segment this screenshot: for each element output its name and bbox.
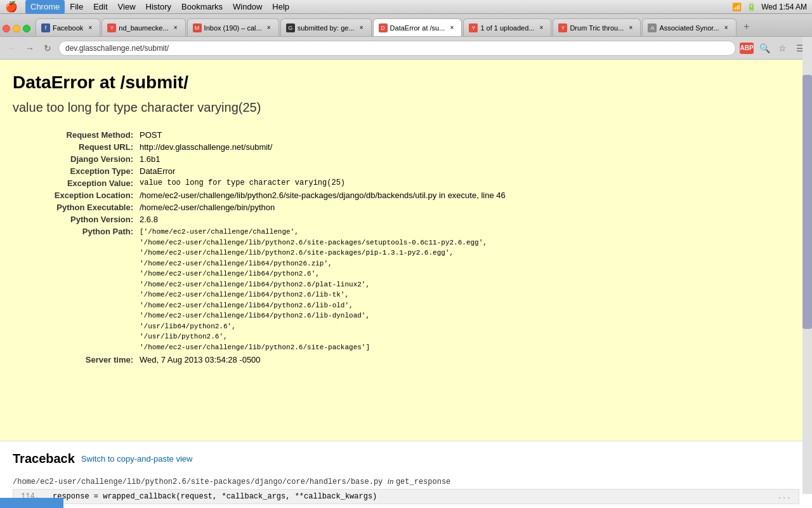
scrollbar-track	[802, 37, 812, 494]
traceback-header: Traceback Switch to copy-and-paste view	[13, 451, 799, 466]
error-title: DataError at /submit/	[13, 72, 799, 93]
menu-bookmarks[interactable]: Bookmarks	[176, 0, 228, 14]
tab-label-uploaded: 1 of 1 uploaded...	[480, 24, 534, 32]
traceback-file-1: /home/ec2-user/challenge/lib/python2.6/s…	[13, 476, 799, 486]
tab-associated[interactable]: A Associated Synor... ×	[642, 18, 736, 36]
address-bar: ← → ↻ ABP 🔍 ☆ ☰	[0, 37, 812, 60]
info-row-django: Django Version: 1.6b1	[13, 154, 799, 164]
new-tab-button[interactable]: +	[738, 20, 756, 34]
tab-label-nd: nd_baumecke...	[119, 24, 168, 32]
info-label-url: Request URL:	[13, 142, 140, 152]
apple-menu[interactable]: 🍎	[5, 1, 18, 13]
tab-label-facebook: Facebook	[53, 24, 83, 32]
switch-to-copy-paste-link[interactable]: Switch to copy-and-paste view	[81, 454, 193, 464]
tab-label-drum: Drum Tric throu...	[570, 24, 624, 32]
tab-bar: f Facebook × Y nd_baumecke... × M Inbox …	[0, 14, 812, 37]
menu-chrome[interactable]: Chrome	[25, 0, 65, 14]
info-value-exc-loc: /home/ec2-user/challenge/lib/python2.6/s…	[140, 190, 506, 200]
traceback-section: Traceback Switch to copy-and-paste view …	[0, 441, 812, 508]
tab-favicon-nd: Y	[107, 23, 116, 32]
tab-close-nd[interactable]: ×	[171, 23, 180, 32]
scrollbar-thumb[interactable]	[802, 75, 812, 329]
search-icon[interactable]: 🔍	[757, 41, 771, 55]
info-row-exc-loc: Exception Location: /home/ec2-user/chall…	[13, 190, 799, 200]
tab-favicon-dataerror: D	[379, 23, 388, 32]
tab-inbox[interactable]: M Inbox (190) – cal... ×	[187, 18, 279, 36]
info-row-py-path: Python Path: ['/home/ec2-user/challenge/…	[13, 227, 799, 352]
tab-close-facebook[interactable]: ×	[86, 23, 95, 32]
menu-help[interactable]: Help	[267, 0, 294, 14]
traceback-title: Traceback	[13, 451, 75, 466]
info-label-exc-loc: Exception Location:	[13, 190, 140, 200]
tab-favicon-github: G	[286, 23, 295, 32]
tab-close-dataerror[interactable]: ×	[447, 23, 456, 32]
info-table: Request Method: POST Request URL: http:/…	[13, 130, 799, 364]
maximize-window-button[interactable]	[23, 25, 30, 32]
back-button[interactable]: ←	[5, 41, 19, 55]
toolbar-right: ABP 🔍 ☆ ☰	[740, 41, 807, 55]
page-content: DataError at /submit/ value too long for…	[0, 60, 812, 441]
tab-close-inbox[interactable]: ×	[265, 23, 273, 32]
minimize-window-button[interactable]	[13, 25, 20, 32]
info-value-py-ver: 2.6.8	[140, 215, 158, 224]
info-row-server-time: Server time: Wed, 7 Aug 2013 03:54:28 -0…	[13, 355, 799, 364]
reload-button[interactable]: ↻	[41, 41, 55, 55]
menu-edit[interactable]: Edit	[88, 0, 112, 14]
traceback-in-1: in	[388, 476, 396, 486]
info-label-django: Django Version:	[13, 154, 140, 164]
code-line-1: 114. response = wrapped_callback(request…	[13, 490, 799, 504]
close-window-button[interactable]	[3, 25, 10, 32]
adblock-icon[interactable]: ABP	[740, 43, 754, 54]
info-value-server-time: Wed, 7 Aug 2013 03:54:28 -0500	[140, 355, 261, 364]
traffic-lights	[3, 25, 30, 32]
menu-view[interactable]: View	[113, 0, 141, 14]
tab-label-dataerror: DataError at /su...	[390, 24, 445, 32]
info-label-method: Request Method:	[13, 130, 140, 140]
tab-favicon-facebook: f	[41, 23, 50, 32]
error-subtitle: value too long for type character varyin…	[13, 100, 799, 115]
menu-history[interactable]: History	[141, 0, 176, 14]
info-value-py-path: ['/home/ec2-user/challenge/challenge', '…	[140, 227, 487, 352]
info-row-exc-type: Exception Type: DataError	[13, 166, 799, 176]
traceback-func-1: get_response	[396, 478, 450, 486]
info-value-method: POST	[140, 130, 162, 140]
tab-label-inbox: Inbox (190) – cal...	[204, 24, 262, 32]
info-value-exc-type: DataError	[140, 166, 175, 176]
tab-close-drum[interactable]: ×	[626, 23, 635, 32]
battery-icon: 🔋	[747, 3, 756, 11]
menu-bar: 🍎 Chrome File Edit View History Bookmark…	[0, 0, 812, 14]
clock: Wed 1:54 AM	[761, 3, 807, 11]
tab-label-github: submitted by: ge...	[298, 24, 355, 32]
code-line-content-1: response = wrapped_callback(request, *ca…	[53, 492, 777, 501]
info-row-url: Request URL: http://dev.glasschallenge.n…	[13, 142, 799, 152]
tab-drum[interactable]: Y Drum Tric throu... ×	[553, 18, 641, 36]
forward-button[interactable]: →	[23, 41, 37, 55]
tab-uploaded[interactable]: Y 1 of 1 uploaded... ×	[463, 18, 551, 36]
bookmark-icon[interactable]: ☆	[775, 41, 789, 55]
menu-file[interactable]: File	[65, 0, 88, 14]
info-value-url: http://dev.glasschallenge.net/submit/	[140, 142, 272, 152]
tab-dataerror[interactable]: D DataError at /su... ×	[373, 18, 462, 36]
tab-github[interactable]: G submitted by: ge... ×	[280, 18, 372, 36]
tab-close-uploaded[interactable]: ×	[537, 23, 546, 32]
info-value-exc-value: value too long for type character varyin…	[140, 178, 345, 188]
tabs-container: f Facebook × Y nd_baumecke... × M Inbox …	[36, 18, 809, 36]
tab-close-github[interactable]: ×	[357, 23, 366, 32]
menu-window[interactable]: Window	[228, 0, 267, 14]
info-label-server-time: Server time:	[13, 355, 140, 364]
info-value-py-exe: /home/ec2-user/challenge/bin/python	[140, 203, 275, 212]
info-label-py-ver: Python Version:	[13, 215, 140, 224]
tab-favicon-uploaded: Y	[469, 23, 478, 32]
tab-facebook[interactable]: f Facebook ×	[36, 18, 100, 36]
info-label-exc-value: Exception Value:	[13, 178, 140, 188]
address-input[interactable]	[58, 41, 736, 56]
tab-favicon-inbox: M	[193, 23, 202, 32]
tab-favicon-associated: A	[648, 23, 657, 32]
code-block-1: 114. response = wrapped_callback(request…	[13, 489, 799, 504]
info-value-django: 1.6b1	[140, 154, 160, 164]
info-label-py-exe: Python Executable:	[13, 203, 140, 212]
info-label-exc-type: Exception Type:	[13, 166, 140, 176]
traceback-file-path-1: /home/ec2-user/challenge/lib/python2.6/s…	[13, 478, 383, 486]
tab-close-associated[interactable]: ×	[722, 23, 731, 32]
tab-nd-baumecke[interactable]: Y nd_baumecke... ×	[102, 18, 185, 36]
